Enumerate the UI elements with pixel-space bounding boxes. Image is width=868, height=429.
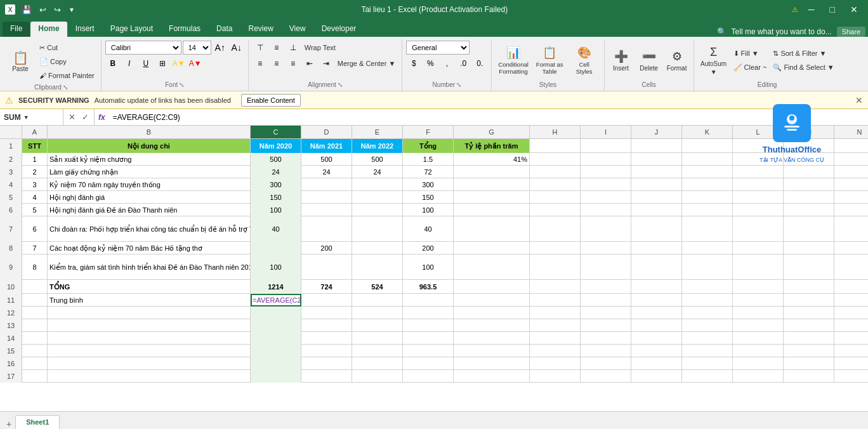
cell-11-I[interactable] [581,294,631,307]
cell-11-K[interactable] [682,294,733,307]
bold-btn[interactable]: B [105,56,121,70]
name-box[interactable]: SUM ▼ [0,109,63,125]
cell-16-D[interactable] [301,357,352,370]
security-close-btn[interactable]: ✕ [855,95,863,105]
cell-8-A[interactable]: 7 [22,242,48,254]
name-box-dropdown[interactable]: ▼ [23,114,29,121]
share-btn[interactable]: Share [837,27,865,37]
minimize-btn[interactable]: ─ [803,3,820,16]
cell-3-H[interactable] [530,166,581,178]
cell-8-J[interactable] [631,242,682,254]
row-header-8[interactable]: 8 [0,242,22,254]
cell-10-H[interactable] [530,280,581,294]
cell-6-C[interactable]: 100 [251,204,301,216]
cell-11-E[interactable] [352,294,403,307]
underline-btn[interactable]: U [138,56,154,70]
cell-17-B[interactable] [48,370,251,383]
cell-2-J[interactable] [631,153,682,166]
cell-11-L[interactable] [733,294,784,307]
cell-5-K[interactable] [682,191,733,204]
cell-11-G[interactable] [454,294,530,307]
cell-8-F[interactable]: 200 [403,242,454,254]
cell-4-E[interactable] [352,178,403,191]
sort-dropdown[interactable]: ▼ [819,50,826,57]
font-color-btn[interactable]: A▼ [188,56,203,70]
insert-btn[interactable]: ➕ Insert [608,42,634,79]
cell-12-C[interactable] [251,307,301,319]
enable-content-btn[interactable]: Enable Content [241,94,301,107]
cell-6-N[interactable] [834,204,868,216]
row-header-10[interactable]: 10 [0,280,22,294]
cell-17-F[interactable] [403,370,454,383]
redo-btn[interactable]: ↪ [51,4,63,16]
cell-4-A[interactable]: 3 [22,178,48,191]
cell-14-B[interactable] [48,332,251,345]
cell-14-A[interactable] [22,332,48,345]
cell-15-H[interactable] [530,345,581,357]
col-H[interactable]: H [530,126,581,138]
cell-4-L[interactable] [733,178,784,191]
cell-6-L[interactable] [733,204,784,216]
cell-13-E[interactable] [352,319,403,332]
cell-6-J[interactable] [631,204,682,216]
cell-2-D[interactable]: 500 [301,153,352,166]
cell-10-D[interactable]: 724 [301,280,352,294]
cell-7-D[interactable] [301,216,352,242]
cell-17-J[interactable] [631,370,682,383]
cell-12-L[interactable] [733,307,784,319]
cell-9-H[interactable] [530,254,581,280]
cell-2-F[interactable]: 1.5 [403,153,454,166]
cell-11-H[interactable] [530,294,581,307]
clear-btn[interactable]: 🧹 Clear ~ [731,60,770,74]
cell-12-N[interactable] [834,307,868,319]
cell-8-L[interactable] [733,242,784,254]
cell-8-N[interactable] [834,242,868,254]
cell-16-A[interactable] [22,357,48,370]
cell-11-B[interactable]: Trung bình [48,294,251,307]
cell-15-J[interactable] [631,345,682,357]
cell-9-F[interactable]: 100 [403,254,454,280]
cell-7-C[interactable]: 40 [251,216,301,242]
cell-13-K[interactable] [682,319,733,332]
number-format-select[interactable]: General [406,41,470,55]
cell-5-E[interactable] [352,191,403,204]
left-align-btn[interactable]: ≡ [253,56,268,70]
row-header-7[interactable]: 7 [0,216,22,242]
cell-15-G[interactable] [454,345,530,357]
cell-14-M[interactable] [784,332,834,345]
cell-13-H[interactable] [530,319,581,332]
cell-13-F[interactable] [403,319,454,332]
middle-align-btn[interactable]: ≡ [269,41,284,55]
italic-btn[interactable]: I [122,56,137,70]
decrease-indent-btn[interactable]: ⇤ [302,56,317,70]
cell-8-C[interactable] [251,242,301,254]
cell-4-H[interactable] [530,178,581,191]
cell-12-K[interactable] [682,307,733,319]
cell-14-N[interactable] [834,332,868,345]
cell-11-A[interactable] [22,294,48,307]
cell-14-F[interactable] [403,332,454,345]
cell-5-M[interactable] [784,191,834,204]
cell-13-G[interactable] [454,319,530,332]
cell-12-H[interactable] [530,307,581,319]
cell-7-N[interactable] [834,216,868,242]
cell-13-J[interactable] [631,319,682,332]
cell-7-E[interactable] [352,216,403,242]
row-header-14[interactable]: 14 [0,332,22,345]
cell-2-K[interactable] [682,153,733,166]
copy-button[interactable]: 📄 Copy [37,55,97,69]
cell-5-G[interactable] [454,191,530,204]
cell-8-K[interactable] [682,242,733,254]
cell-7-F[interactable]: 40 [403,216,454,242]
cell-15-E[interactable] [352,345,403,357]
increase-font-btn[interactable]: A↑ [213,41,228,55]
autosum-dropdown[interactable]: ▼ [711,69,717,76]
cell-14-E[interactable] [352,332,403,345]
cell-5-L[interactable] [733,191,784,204]
close-btn[interactable]: ✕ [845,3,863,16]
cell-8-E[interactable] [352,242,403,254]
cell-17-K[interactable] [682,370,733,383]
cell-7-M[interactable] [784,216,834,242]
cell-6-H[interactable] [530,204,581,216]
cell-4-M[interactable] [784,178,834,191]
